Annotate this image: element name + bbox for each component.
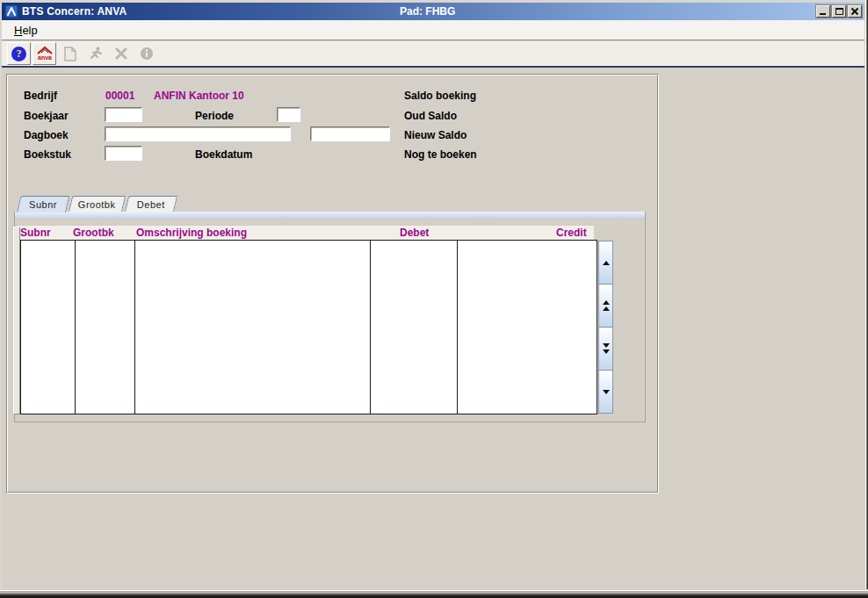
nog-te-boeken-label: Nog te boeken xyxy=(404,148,477,161)
column-header-credit: Credit xyxy=(556,227,587,239)
menubar: Help xyxy=(2,20,864,40)
toolbar: ? anva xyxy=(2,41,864,68)
scroll-page-down-button[interactable] xyxy=(598,327,613,371)
menu-help[interactable]: Help xyxy=(9,22,43,39)
column-header-debet: Debet xyxy=(400,227,429,239)
titlebar: BTS Concern: ANVA Pad: FHBG xyxy=(2,3,864,20)
anva-app-icon xyxy=(5,5,18,18)
arrow-up-icon xyxy=(603,306,610,311)
boekstuk-input[interactable] xyxy=(105,146,142,161)
arrow-up-icon xyxy=(603,261,610,265)
info-icon xyxy=(140,47,154,61)
column-header-omschrijving: Omschrijving boeking xyxy=(136,227,247,239)
arrow-up-icon xyxy=(603,300,610,305)
nieuw-saldo-label: Nieuw Saldo xyxy=(404,129,467,141)
minimize-icon xyxy=(820,13,826,15)
help-icon: ? xyxy=(11,47,26,61)
column-separator xyxy=(134,241,135,414)
column-header-subnr: Subnr xyxy=(20,227,51,239)
periode-input[interactable] xyxy=(277,107,300,122)
run-button-disabled xyxy=(83,42,107,65)
window-edge-bottom xyxy=(0,589,868,598)
tab-subnr[interactable]: Subnr xyxy=(17,196,69,213)
saldo-boeking-label: Saldo boeking xyxy=(404,90,476,102)
bedrijf-name-value: ANFIN Kantoor 10 xyxy=(154,90,244,102)
boekjaar-input[interactable] xyxy=(105,107,142,122)
column-header-grootbk: Grootbk xyxy=(73,227,114,239)
tab-strip xyxy=(15,212,645,218)
scroll-row-up-button[interactable] xyxy=(598,241,613,285)
column-separator xyxy=(370,241,371,414)
main-panel: Bedrijf 00001 ANFIN Kantoor 10 Saldo boe… xyxy=(6,74,659,494)
close-button[interactable] xyxy=(848,5,862,18)
window-edge-left xyxy=(0,0,2,598)
scroll-navigation xyxy=(598,241,613,414)
app-window: BTS Concern: ANVA Pad: FHBG Help ? anva xyxy=(0,0,868,598)
window-title: BTS Concern: ANVA xyxy=(22,5,127,18)
arrow-down-icon xyxy=(603,343,610,348)
row-gutter xyxy=(13,227,20,414)
periode-label: Periode xyxy=(195,110,234,122)
window-edge-top xyxy=(0,0,868,3)
help-button[interactable]: ? xyxy=(7,42,31,65)
dagboek-secondary-input[interactable] xyxy=(310,126,390,141)
window-controls xyxy=(816,5,862,18)
grid-body[interactable] xyxy=(20,240,597,414)
bedrijf-label: Bedrijf xyxy=(24,90,57,102)
boekjaar-label: Boekjaar xyxy=(24,110,69,122)
delete-x-icon xyxy=(114,47,128,61)
tab-grootbk[interactable]: Grootbk xyxy=(69,196,126,212)
arrow-down-icon xyxy=(603,349,610,354)
scroll-row-down-button[interactable] xyxy=(598,370,613,414)
column-separator xyxy=(457,241,458,414)
path-label: Pad: FHBG xyxy=(400,5,455,18)
tab-debet[interactable]: Debet xyxy=(125,196,177,212)
column-separator xyxy=(75,241,76,414)
maximize-icon xyxy=(835,8,843,15)
grid-header: Subnr Grootbk Omschrijving boeking Debet… xyxy=(18,226,594,240)
new-document-button-disabled xyxy=(58,42,82,65)
new-document-icon xyxy=(64,47,76,61)
arrow-down-icon xyxy=(603,390,610,394)
scroll-page-up-button[interactable] xyxy=(598,284,613,328)
oud-saldo-label: Oud Saldo xyxy=(404,110,457,122)
anva-home-button[interactable]: anva xyxy=(33,42,56,65)
info-button-disabled xyxy=(134,42,158,65)
bedrijf-code-value: 00001 xyxy=(105,90,134,102)
svg-text:anva: anva xyxy=(38,54,52,61)
runner-icon xyxy=(88,46,104,61)
dagboek-label: Dagboek xyxy=(24,129,69,141)
maximize-button[interactable] xyxy=(832,5,846,18)
delete-button-disabled xyxy=(109,42,133,65)
boekdatum-label: Boekdatum xyxy=(195,148,252,161)
dagboek-input[interactable] xyxy=(105,126,291,141)
boekstuk-label: Boekstuk xyxy=(24,148,71,161)
minimize-button[interactable] xyxy=(816,5,830,18)
anva-home-icon: anva xyxy=(36,46,54,61)
